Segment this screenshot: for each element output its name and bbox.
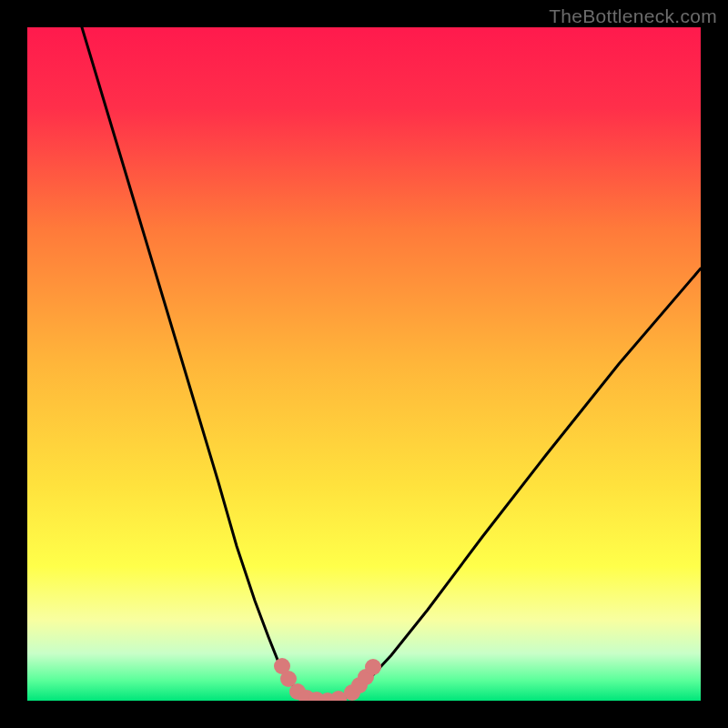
plot-area bbox=[27, 27, 701, 701]
chart-svg bbox=[27, 27, 701, 701]
chart-frame: TheBottleneck.com bbox=[0, 0, 728, 728]
watermark-text: TheBottleneck.com bbox=[549, 5, 717, 27]
gradient-background bbox=[27, 27, 701, 701]
marker-point bbox=[365, 659, 381, 675]
